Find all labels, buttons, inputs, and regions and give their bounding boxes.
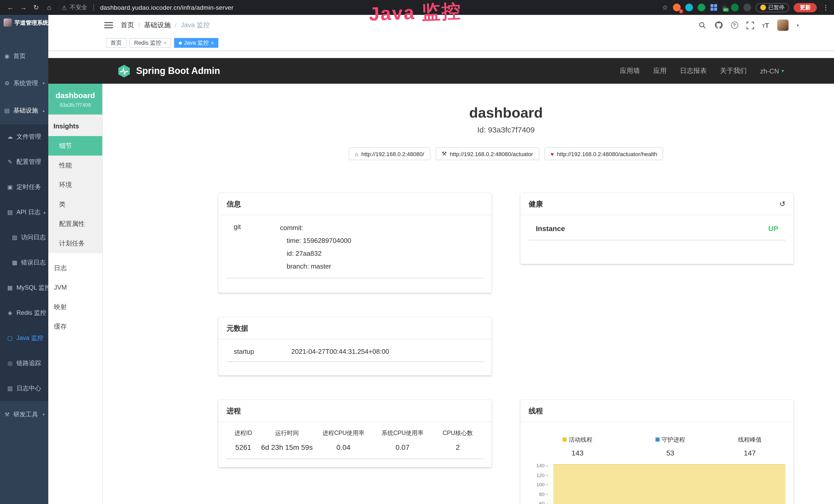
nav-applications[interactable]: 应用 — [653, 66, 666, 75]
sba-item-caches[interactable]: 缓存 — [48, 317, 102, 336]
extension-icon-teal-drop[interactable] — [685, 4, 693, 11]
paused-chip[interactable]: 已暂停 — [755, 3, 789, 12]
threads-chart: 140 120 100 80 60 — [525, 463, 790, 504]
sidebar-item-devtools[interactable]: ⚒ 研发工具 ▾ — [0, 401, 48, 428]
update-button[interactable]: 更新 — [794, 3, 817, 12]
extension-icon-dark[interactable] — [743, 4, 751, 11]
sba-item-metrics[interactable]: 性能 — [48, 156, 102, 175]
back-icon[interactable]: ← — [5, 4, 16, 11]
sba-item-mappings[interactable]: 映射 — [48, 297, 102, 317]
sba-item-classes[interactable]: 类 — [48, 194, 102, 214]
monitor-icon: ▢ — [7, 335, 13, 342]
nav-wallboard[interactable]: 应用墙 — [620, 66, 640, 75]
tab-java-monitor[interactable]: Java 监控 × — [174, 38, 218, 48]
extension-icon-green-leaf[interactable] — [731, 4, 739, 11]
info-card: 信息 git commit: time: 1596289704000 — [218, 193, 491, 293]
extension-icon-orange[interactable]: 1 — [673, 4, 680, 11]
instance-links: ⌂ http://192.168.0.2:48080/ ⚒ http://192… — [218, 147, 794, 160]
history-icon[interactable]: ↺ — [780, 199, 786, 209]
tab-redis-monitor[interactable]: Redis 监控 × — [129, 38, 171, 48]
sidebar-item-log-center[interactable]: ▥ 日志中心 — [0, 376, 48, 401]
legend-peak-threads: 线程峰值 147 — [710, 434, 790, 457]
app-logo[interactable]: 芋道管理系统 — [0, 15, 48, 30]
tab-home[interactable]: 首页 — [106, 38, 126, 48]
bookmark-star-icon[interactable]: ☆ — [662, 4, 668, 11]
help-icon[interactable]: ? — [731, 22, 738, 29]
extension-icon-proxy[interactable]: on — [722, 5, 726, 9]
instance-id-line: Id: 93a3fc7f7409 — [218, 125, 794, 134]
actuator-url-button[interactable]: ⚒ http://192.168.0.2:48080/actuator — [435, 147, 539, 160]
sba-item-scheduled-tasks[interactable]: 计划任务 — [48, 234, 102, 253]
security-chip[interactable]: ⚠ 不安全 — [62, 4, 87, 11]
sidebar-item-scheduled-job[interactable]: ▣ 定时任务 — [0, 175, 48, 200]
chevron-down-icon: ▾ — [43, 81, 45, 86]
breadcrumb: 首页 / 基础设施 / Java 监控 — [121, 21, 210, 30]
pencil-icon: ✎ — [7, 159, 13, 165]
sidebar-item-config-manage[interactable]: ✎ 配置管理 — [0, 150, 48, 175]
process-col-system-cpu: 系统CPU使用率 0.07 — [373, 429, 432, 451]
avatar[interactable] — [777, 20, 789, 31]
sidebar-item-file-manage[interactable]: ☁ 文件管理 — [0, 124, 48, 150]
sba-item-details[interactable]: 细节 — [48, 136, 102, 156]
close-icon[interactable]: × — [163, 40, 167, 46]
sidebar-item-java-monitor[interactable]: ▢ Java 监控 — [0, 325, 48, 351]
hamburger-icon[interactable] — [104, 22, 113, 28]
sba-item-environment[interactable]: 环境 — [48, 175, 102, 194]
wrench-icon: ⚒ — [441, 151, 447, 157]
process-table: 进程ID 5261 运行时间 6d 23h 15m 59s — [226, 429, 483, 459]
cloud-icon: ☁ — [7, 134, 13, 140]
chevron-up-icon: ▴ — [43, 210, 45, 215]
admin-sidebar: 芋道管理系统 ◉ 首页 ⚙ 系统管理 ▾ ▤ 基础设施 ▴ — [0, 15, 48, 504]
spring-boot-admin: Spring Boot Admin 应用墙 应用 日志报表 关于我们 zh-CN… — [48, 58, 834, 504]
sidebar-item-system[interactable]: ⚙ 系统管理 ▾ — [0, 70, 48, 97]
sidebar-item-error-log[interactable]: ▩ 错误日志 — [0, 250, 48, 275]
sba-item-configprops[interactable]: 配置属性 — [48, 214, 102, 234]
breadcrumb-infra[interactable]: 基础设施 — [144, 21, 171, 30]
app-title: 芋道管理系统 — [14, 19, 48, 26]
service-url-button[interactable]: ⌂ http://192.168.0.2:48080/ — [349, 147, 430, 160]
process-card-body: 进程ID 5261 运行时间 6d 23h 15m 59s — [218, 422, 491, 467]
font-size-icon[interactable]: TT — [762, 21, 769, 29]
browser-menu-icon[interactable]: ⋮ — [822, 4, 829, 11]
threads-card-body: 活动线程 143 守护进程 53 — [520, 422, 794, 504]
reload-icon[interactable]: ↻ — [31, 4, 42, 11]
health-row: Instance UP — [529, 223, 786, 240]
legend-blue-swatch — [656, 437, 660, 442]
address-bar[interactable]: dashboard.yudao.iocoder.cn/infra/admin-s… — [100, 4, 234, 11]
paused-label: 已暂停 — [768, 4, 785, 11]
process-col-pid: 进程ID 5261 — [226, 429, 260, 451]
forward-icon[interactable]: → — [18, 4, 29, 11]
close-icon[interactable]: × — [211, 40, 214, 46]
sba-item-logfile[interactable]: 日志 — [48, 258, 102, 278]
sidebar-item-api-log[interactable]: ▧ API 日志 ▴ — [0, 200, 48, 225]
database-icon: ▦ — [7, 284, 13, 291]
sba-brand[interactable]: Spring Boot Admin — [117, 64, 220, 78]
sidebar-item-mysql-monitor[interactable]: ▦ MySQL 监控 — [0, 275, 48, 300]
cards-grid: 信息 git commit: time: 1596289704000 — [218, 193, 794, 504]
sba-item-jvm[interactable]: JVM — [48, 278, 102, 297]
locale-select[interactable]: zh-CN ▾ — [760, 67, 784, 75]
legend-daemon-threads: 守护进程 53 — [631, 434, 710, 457]
sidebar-item-trace[interactable]: ◎ 链路追踪 — [0, 351, 48, 376]
search-icon[interactable] — [698, 21, 706, 29]
fullscreen-icon[interactable] — [746, 21, 754, 29]
github-icon[interactable] — [714, 21, 723, 29]
proxy-on-badge: on — [723, 7, 729, 12]
extension-icon-green-circle[interactable] — [697, 4, 705, 11]
y-tick: 140 — [525, 463, 548, 468]
sidebar-item-home[interactable]: ◉ 首页 — [0, 43, 48, 70]
error-log-icon: ▩ — [11, 259, 18, 266]
extension-badge: 1 — [679, 9, 683, 13]
sidebar-item-access-log[interactable]: ▨ 访问日志 — [0, 225, 48, 250]
threads-card-title: 线程 — [520, 400, 794, 422]
nav-journal[interactable]: 日志报表 — [680, 66, 707, 75]
health-url-button[interactable]: ♥ http://192.168.0.2:48080/actuator/heal… — [544, 147, 663, 160]
nav-about[interactable]: 关于我们 — [720, 66, 747, 75]
extension-icon-blue-grid[interactable] — [710, 4, 717, 11]
metadata-card: 元数据 startup 2021-04-27T00:44:31.254+08:0… — [218, 317, 491, 375]
sidebar-item-redis-monitor[interactable]: ◈ Redis 监控 — [0, 300, 48, 325]
sidebar-item-infrastructure[interactable]: ▤ 基础设施 ▴ — [0, 97, 48, 124]
avatar-caret-icon[interactable]: ▾ — [797, 23, 799, 27]
breadcrumb-home[interactable]: 首页 — [121, 21, 134, 30]
home-icon[interactable]: ⌂ — [44, 4, 54, 11]
